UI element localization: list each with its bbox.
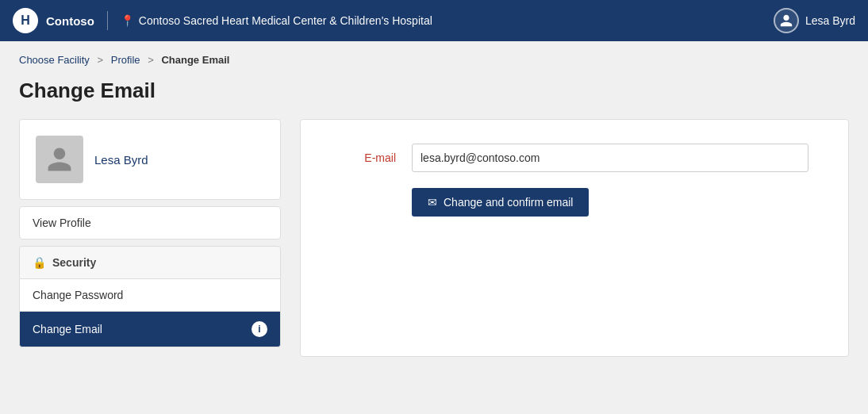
breadcrumb-sep-1: >: [98, 54, 104, 66]
email-input[interactable]: [412, 144, 808, 172]
email-label: E-mail: [332, 151, 396, 164]
sidebar-avatar-icon: [45, 145, 74, 174]
sidebar-profile-name: Lesa Byrd: [94, 153, 148, 167]
user-avatar: [774, 8, 799, 33]
breadcrumb-current: Change Email: [161, 54, 229, 66]
header-divider: [107, 11, 108, 30]
change-email-button[interactable]: ✉ Change and confirm email: [412, 188, 589, 217]
user-name: Lesa Byrd: [805, 14, 855, 27]
sidebar: Lesa Byrd View Profile 🔒 Security Change…: [19, 119, 281, 347]
sidebar-item-change-email[interactable]: Change Email i: [19, 312, 281, 347]
page-wrapper: Choose Facility > Profile > Change Email…: [0, 41, 868, 414]
security-label: Security: [52, 256, 96, 269]
sidebar-profile-card: Lesa Byrd: [19, 119, 281, 200]
email-button-icon: ✉: [428, 196, 437, 209]
facility-info: 📍 Contoso Sacred Heart Medical Center & …: [121, 14, 432, 27]
info-icon: i: [252, 321, 267, 337]
view-profile-label: View Profile: [33, 217, 91, 229]
breadcrumb-choose-facility[interactable]: Choose Facility: [19, 54, 90, 66]
app-logo: H: [13, 8, 38, 33]
change-email-label: Change Email: [33, 323, 102, 335]
content-area: Lesa Byrd View Profile 🔒 Security Change…: [19, 119, 849, 357]
facility-name: Contoso Sacred Heart Medical Center & Ch…: [139, 14, 432, 27]
change-password-label: Change Password: [33, 289, 123, 301]
sidebar-item-change-password[interactable]: Change Password: [19, 279, 281, 312]
logo-letter: H: [21, 13, 30, 28]
breadcrumb: Choose Facility > Profile > Change Email: [19, 54, 849, 66]
email-form-row: E-mail: [332, 144, 816, 172]
user-icon: [779, 13, 793, 28]
breadcrumb-profile[interactable]: Profile: [111, 54, 140, 66]
email-button-label: Change and confirm email: [444, 196, 573, 209]
lock-icon: 🔒: [33, 256, 46, 269]
facility-icon: 📍: [121, 14, 134, 27]
sidebar-item-view-profile[interactable]: View Profile: [19, 206, 281, 240]
sidebar-security-header: 🔒 Security: [19, 246, 281, 279]
app-header: H Contoso 📍 Contoso Sacred Heart Medical…: [0, 0, 868, 41]
main-form: E-mail ✉ Change and confirm email: [300, 119, 849, 357]
form-button-row: ✉ Change and confirm email: [332, 188, 816, 217]
user-menu[interactable]: Lesa Byrd: [774, 8, 855, 33]
page-title: Change Email: [19, 79, 849, 103]
breadcrumb-sep-2: >: [148, 54, 154, 66]
app-name: Contoso: [46, 14, 94, 28]
sidebar-avatar: [36, 136, 83, 183]
